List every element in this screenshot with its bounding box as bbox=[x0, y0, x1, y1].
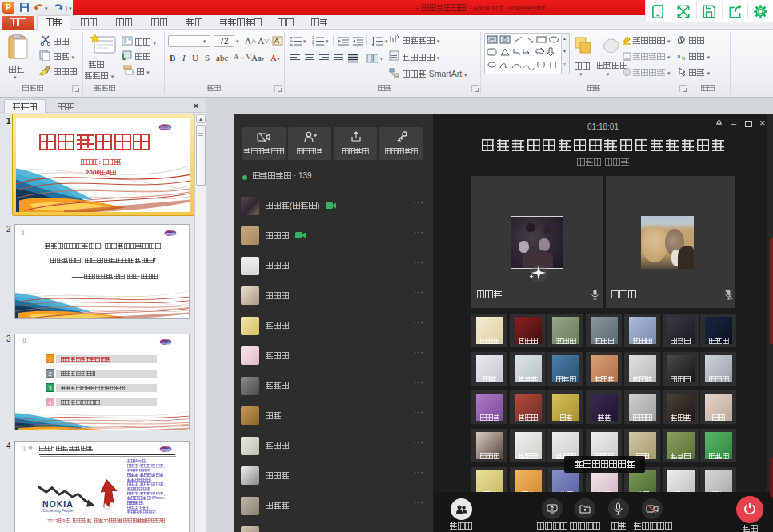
svg-text:b: b bbox=[682, 54, 686, 61]
svg-text:3: 3 bbox=[312, 43, 314, 46]
svg-text:a: a bbox=[677, 53, 681, 60]
